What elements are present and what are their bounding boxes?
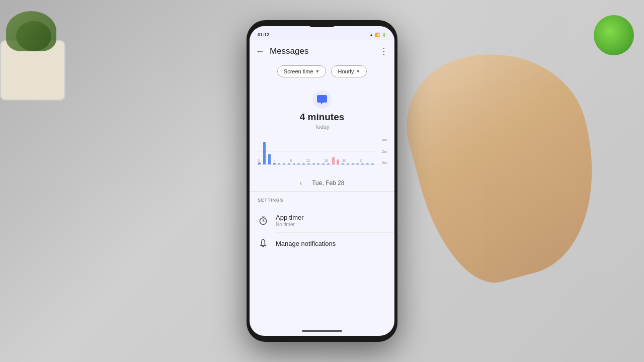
- screen-time-value: 4 minutes: [300, 112, 345, 123]
- app-timer-text: App timer No timer: [276, 214, 304, 227]
- status-bar: 01:12 ▲ 📶 🔋: [250, 26, 394, 40]
- phone-notch: [307, 20, 337, 27]
- y-label-4m: 4m: [382, 138, 387, 142]
- date-navigation: ‹ Tue, Feb 28: [250, 175, 394, 191]
- bell-icon: [258, 238, 269, 249]
- filter-row: Screen time ▼ Hourly ▼: [250, 62, 394, 82]
- timer-icon: [258, 215, 269, 226]
- hourly-label: Hourly: [338, 68, 354, 74]
- x-label-24: 0: [360, 159, 362, 162]
- chart-area: 0 4 8 12 16 20 0 4m 2m 0m: [250, 135, 394, 175]
- notifications-title: Manage notifications: [276, 240, 336, 247]
- phone-device: 01:12 ▲ 📶 🔋 ← Messages ⋮ Screen time ▼ H…: [247, 20, 397, 342]
- more-options-button[interactable]: ⋮: [379, 46, 388, 57]
- chart-x-labels: 0 4 8 12 16 20 0: [257, 156, 363, 164]
- x-label-16: 16: [324, 159, 328, 162]
- home-indicator: [302, 330, 342, 332]
- screen-time-label: Screen time: [284, 68, 313, 74]
- messages-app-icon: [313, 90, 331, 109]
- hourly-chip[interactable]: Hourly ▼: [331, 65, 367, 77]
- y-label-2m: 2m: [382, 149, 387, 154]
- settings-section: SETTINGS App timer No timer: [250, 192, 394, 336]
- chart-container: 0 4 8 12 16 20 0 4m 2m 0m: [257, 138, 387, 173]
- x-label-4: 4: [274, 159, 276, 162]
- plant-decoration: [0, 40, 65, 101]
- back-button[interactable]: ←: [256, 46, 265, 57]
- page-title: Messages: [270, 46, 379, 56]
- phone-screen: 01:12 ▲ 📶 🔋 ← Messages ⋮ Screen time ▼ H…: [250, 26, 394, 336]
- green-decoration: [594, 15, 634, 55]
- screen-time-period: Today: [314, 124, 329, 130]
- battery-icon: 🔋: [381, 33, 386, 37]
- signal-icon: ▲: [369, 33, 373, 37]
- screen-time-section: 4 minutes Today: [250, 82, 394, 135]
- settings-section-label: SETTINGS: [258, 198, 386, 203]
- bar-23: [370, 138, 374, 164]
- hourly-dropdown-icon: ▼: [356, 69, 360, 74]
- app-timer-item[interactable]: App timer No timer: [258, 209, 386, 232]
- app-timer-title: App timer: [276, 214, 304, 221]
- x-label-20: 20: [342, 159, 346, 162]
- manage-notifications-item[interactable]: Manage notifications: [258, 233, 386, 254]
- x-label-0: 0: [258, 159, 260, 162]
- screen-time-chip[interactable]: Screen time ▼: [277, 65, 327, 77]
- status-icons: ▲ 📶 🔋: [369, 33, 386, 37]
- app-bar: ← Messages ⋮: [250, 40, 394, 62]
- date-back-button[interactable]: ‹: [300, 179, 302, 187]
- status-time: 01:12: [258, 32, 269, 37]
- chart-inner: 0 4 8 12 16 20 0: [257, 138, 375, 165]
- y-label-0m: 0m: [382, 160, 387, 165]
- wifi-icon: 📶: [375, 33, 380, 37]
- screen-time-dropdown-icon: ▼: [315, 69, 320, 74]
- notifications-text: Manage notifications: [276, 240, 336, 247]
- x-label-12: 12: [306, 159, 310, 162]
- chart-y-labels: 4m 2m 0m: [376, 138, 387, 165]
- x-label-8: 8: [290, 159, 292, 162]
- bar-22: [366, 138, 370, 164]
- current-date: Tue, Feb 28: [312, 179, 344, 187]
- app-timer-subtitle: No timer: [276, 222, 304, 227]
